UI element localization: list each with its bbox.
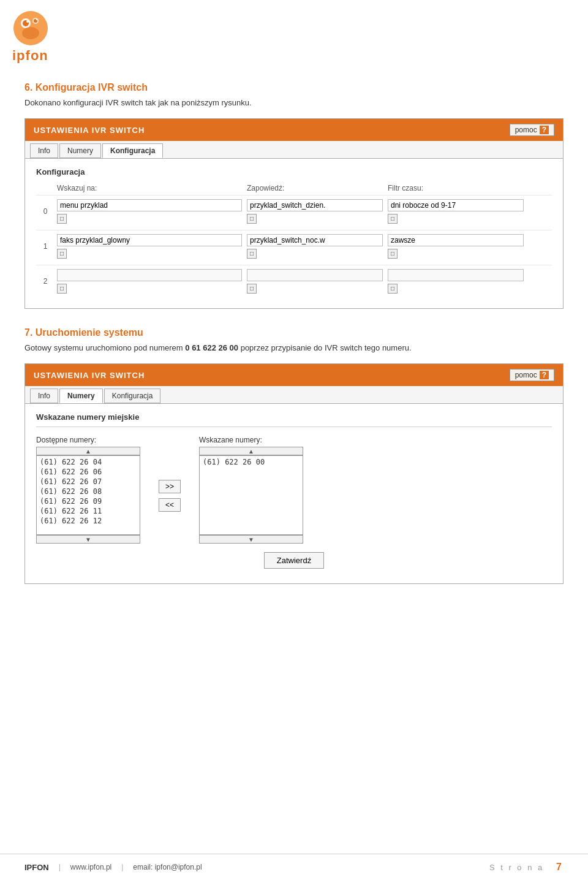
dostepne-col: Dostępne numery: ▲ (61) 622 26 04 (61) 6… bbox=[36, 436, 140, 544]
logo-icon bbox=[12, 10, 49, 47]
panel2-tabs: Info Numery Konfiguracja bbox=[25, 386, 563, 404]
logo-text: ipfon bbox=[12, 48, 48, 64]
pomoc2-label: pomoc bbox=[515, 371, 537, 379]
col-wskazuj: Wskazuj na: bbox=[57, 184, 247, 192]
footer-left: IPFON | www.ipfon.pl | email: ipfon@ipfo… bbox=[24, 863, 202, 872]
wskazane-item-0[interactable]: (61) 622 26 00 bbox=[201, 457, 301, 467]
tab-konfiguracja-1[interactable]: Konfiguracja bbox=[102, 143, 163, 158]
small-btn-wskazuj-2[interactable]: □ bbox=[57, 284, 67, 294]
numery-layout: Dostępne numery: ▲ (61) 622 26 04 (61) 6… bbox=[36, 436, 552, 544]
dostepne-listbox-wrapper: ▲ (61) 622 26 04 (61) 622 26 06 (61) 622… bbox=[36, 447, 140, 544]
section6-description: Dokonano konfiguracji IVR switch tak jak… bbox=[24, 98, 564, 107]
config-row-1: 1 □ □ □ bbox=[36, 230, 552, 262]
cell-filtr-0: □ bbox=[385, 198, 526, 225]
dostepne-item-6[interactable]: (61) 622 26 12 bbox=[38, 516, 138, 526]
dostepne-scroll-up[interactable]: ▲ bbox=[36, 447, 140, 455]
dostepne-item-4[interactable]: (61) 622 26 09 bbox=[38, 496, 138, 506]
footer-page-num: 7 bbox=[556, 862, 564, 872]
small-btn-zapowiedz-0[interactable]: □ bbox=[247, 214, 257, 224]
section7-desc-post: poprzez przypisanie do IVR switch tego n… bbox=[238, 343, 412, 352]
zatwierdz-button[interactable]: Zatwierdź bbox=[264, 552, 324, 569]
tab-info-1[interactable]: Info bbox=[30, 143, 58, 158]
small-btn-wskazuj-1[interactable]: □ bbox=[57, 249, 67, 259]
numery-arrows: >> << bbox=[159, 480, 181, 512]
wskazane-col: Wskazane numery: ▲ (61) 622 26 00 ▼ bbox=[199, 436, 303, 544]
section7-description: Gotowy systemu uruchomiono pod numerem 0… bbox=[24, 343, 564, 352]
svg-point-7 bbox=[36, 19, 37, 20]
input-zapowiedz-0[interactable] bbox=[247, 199, 383, 211]
wskazane-listbox-wrapper: ▲ (61) 622 26 00 ▼ bbox=[199, 447, 303, 544]
wskazane-label: Wskazane numery: bbox=[199, 436, 303, 444]
pomoc1-q: ? bbox=[540, 126, 549, 134]
panel1-title: USTAWIENIA IVR SWITCH bbox=[34, 126, 145, 135]
row-num-1: 1 bbox=[36, 242, 55, 251]
section7-desc-pre: Gotowy systemu uruchomiono pod numerem bbox=[24, 343, 185, 352]
cell-filtr-2: □ bbox=[385, 268, 526, 295]
svg-point-3 bbox=[22, 27, 39, 39]
cell-wskazuj-2: □ bbox=[55, 268, 244, 295]
input-zapowiedz-2[interactable] bbox=[247, 269, 383, 281]
cell-wskazuj-1: □ bbox=[55, 233, 244, 260]
section6-heading: 6. Konfiguracja IVR switch bbox=[24, 82, 564, 93]
dostepne-item-0[interactable]: (61) 622 26 04 bbox=[38, 457, 138, 467]
zatwierdz-row: Zatwierdź bbox=[36, 544, 552, 575]
dostepne-item-5[interactable]: (61) 622 26 11 bbox=[38, 506, 138, 516]
input-zapowiedz-1[interactable] bbox=[247, 234, 383, 246]
wskazane-title: Wskazane numery miejskie bbox=[36, 412, 552, 427]
config-title: Konfiguracja bbox=[36, 167, 552, 176]
footer-page-label: S t r o n a bbox=[489, 863, 544, 872]
input-wskazuj-1[interactable] bbox=[57, 234, 242, 246]
input-filtr-2[interactable] bbox=[388, 269, 524, 281]
panel2-title: USTAWIENIA IVR SWITCH bbox=[34, 371, 145, 380]
logo-area: ipfon bbox=[12, 10, 49, 64]
dostepne-item-2[interactable]: (61) 622 26 07 bbox=[38, 477, 138, 487]
pomoc2-q: ? bbox=[540, 371, 549, 379]
small-btn-zapowiedz-1[interactable]: □ bbox=[247, 249, 257, 259]
small-btn-wskazuj-0[interactable]: □ bbox=[57, 214, 67, 224]
footer: IPFON | www.ipfon.pl | email: ipfon@ipfo… bbox=[0, 854, 588, 880]
footer-right: S t r o n a 7 bbox=[489, 862, 564, 873]
pomoc1-label: pomoc bbox=[515, 126, 537, 134]
small-btn-filtr-2[interactable]: □ bbox=[388, 284, 398, 294]
input-wskazuj-2[interactable] bbox=[57, 269, 242, 281]
tab-konfiguracja-2[interactable]: Konfiguracja bbox=[104, 389, 161, 403]
svg-point-5 bbox=[26, 20, 29, 23]
tab-numery-1[interactable]: Numery bbox=[59, 143, 101, 158]
small-btn-zapowiedz-2[interactable]: □ bbox=[247, 284, 257, 294]
dostepne-item-3[interactable]: (61) 622 26 08 bbox=[38, 487, 138, 496]
small-btn-filtr-1[interactable]: □ bbox=[388, 249, 398, 259]
dostepne-listbox[interactable]: (61) 622 26 04 (61) 622 26 06 (61) 622 2… bbox=[36, 455, 140, 535]
panel1-header: USTAWIENIA IVR SWITCH pomoc ? bbox=[25, 119, 563, 141]
config-header: Wskazuj na: Zapowiedź: Filtr czasu: bbox=[36, 184, 552, 192]
small-btn-filtr-0[interactable]: □ bbox=[388, 214, 398, 224]
config-row-0: 0 □ □ □ bbox=[36, 195, 552, 227]
input-filtr-1[interactable] bbox=[388, 234, 524, 246]
dostepne-label: Dostępne numery: bbox=[36, 436, 140, 444]
cell-wskazuj-0: □ bbox=[55, 198, 244, 225]
wskazane-scroll-down[interactable]: ▼ bbox=[199, 535, 303, 544]
pomoc1-button[interactable]: pomoc ? bbox=[510, 124, 554, 136]
config-row-2: 2 □ □ □ bbox=[36, 265, 552, 297]
tab-info-2[interactable]: Info bbox=[30, 389, 58, 403]
panel1-tabs: Info Numery Konfiguracja bbox=[25, 141, 563, 159]
panel1-body: Konfiguracja Wskazuj na: Zapowiedź: Filt… bbox=[25, 159, 563, 308]
remove-number-button[interactable]: << bbox=[159, 498, 181, 512]
dostepne-item-1[interactable]: (61) 622 26 06 bbox=[38, 467, 138, 477]
input-wskazuj-0[interactable] bbox=[57, 199, 242, 211]
section6: 6. Konfiguracja IVR switch Dokonano konf… bbox=[24, 82, 564, 107]
pomoc2-button[interactable]: pomoc ? bbox=[510, 369, 554, 381]
footer-brand: IPFON bbox=[24, 863, 49, 872]
cell-zapowiedz-1: □ bbox=[244, 233, 385, 260]
add-number-button[interactable]: >> bbox=[159, 480, 181, 493]
row-num-0: 0 bbox=[36, 207, 55, 216]
section7-heading: 7. Uruchomienie systemu bbox=[24, 327, 564, 338]
dostepne-scroll-down[interactable]: ▼ bbox=[36, 535, 140, 544]
wskazane-scroll-up[interactable]: ▲ bbox=[199, 447, 303, 455]
footer-website: www.ipfon.pl bbox=[70, 863, 111, 871]
main-content: 6. Konfiguracja IVR switch Dokonano konf… bbox=[0, 70, 588, 615]
section7-phone: 0 61 622 26 00 bbox=[185, 343, 238, 352]
panel2: USTAWIENIA IVR SWITCH pomoc ? Info Numer… bbox=[24, 363, 564, 584]
input-filtr-0[interactable] bbox=[388, 199, 524, 211]
tab-numery-2[interactable]: Numery bbox=[59, 389, 103, 403]
wskazane-listbox[interactable]: (61) 622 26 00 bbox=[199, 455, 303, 535]
